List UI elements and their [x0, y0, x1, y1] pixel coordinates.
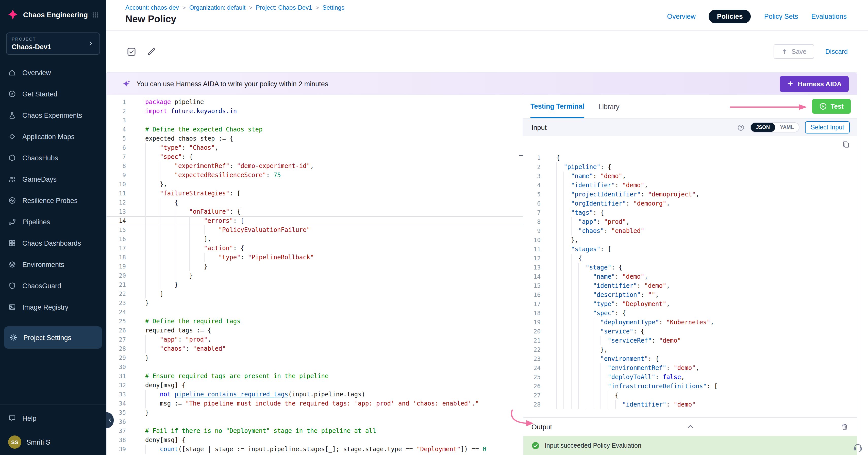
- code-line[interactable]: 27{: [523, 391, 857, 400]
- code-line[interactable]: 26required_tags := {: [106, 326, 523, 335]
- code-line[interactable]: 32deny[msg] {: [106, 381, 523, 390]
- save-button[interactable]: Save: [774, 44, 814, 59]
- code-line[interactable]: 27"app": "prod",: [106, 335, 523, 344]
- code-line[interactable]: 24: [106, 307, 523, 317]
- code-line[interactable]: 12{: [523, 254, 857, 263]
- code-line[interactable]: 21}: [106, 280, 523, 289]
- tab-evaluations[interactable]: Evaluations: [811, 12, 847, 20]
- sidebar-item-get-started[interactable]: Get Started: [0, 83, 106, 104]
- code-line[interactable]: 1{: [523, 153, 857, 162]
- check-square-icon[interactable]: [126, 46, 136, 57]
- breadcrumb-project[interactable]: Project: Chaos-Dev1: [256, 4, 312, 11]
- code-line[interactable]: 10},: [106, 180, 523, 189]
- sidebar-item-image-registry[interactable]: Image Registry: [0, 296, 106, 318]
- code-line[interactable]: 13"onFailure": {: [106, 207, 523, 216]
- breadcrumb-organization[interactable]: Organization: default: [189, 4, 246, 11]
- breadcrumb-account[interactable]: Account: chaos-dev: [125, 4, 179, 11]
- sidebar-item-project-settings[interactable]: Project Settings: [4, 326, 102, 349]
- code-line[interactable]: 9"chaos": "enabled": [523, 226, 857, 235]
- code-line[interactable]: 14"errors": [: [106, 216, 523, 225]
- sidebar-item-gamedays[interactable]: GameDays: [0, 168, 106, 190]
- code-line[interactable]: 8"experimentRef": "demo-experiment-id",: [106, 161, 523, 170]
- code-line[interactable]: 22},: [523, 345, 857, 354]
- code-line[interactable]: 14"name": "demo",: [523, 272, 857, 281]
- trash-icon[interactable]: [841, 423, 849, 431]
- code-line[interactable]: 17"action": {: [106, 243, 523, 253]
- code-line[interactable]: 20}: [106, 271, 523, 280]
- code-line[interactable]: 28"chaos": "enabled": [106, 344, 523, 353]
- code-line[interactable]: 18"type": "PipelineRollback": [106, 253, 523, 262]
- sidebar-item-overview[interactable]: Overview: [0, 62, 106, 83]
- code-line[interactable]: 17"type": "Deployment",: [523, 299, 857, 308]
- editor-scroll-marker[interactable]: [519, 155, 523, 156]
- code-line[interactable]: 6"type": "Chaos",: [106, 143, 523, 152]
- code-line[interactable]: 35}: [106, 408, 523, 417]
- project-selector[interactable]: PROJECT Chaos-Dev1: [6, 32, 100, 55]
- code-line[interactable]: 36: [106, 417, 523, 426]
- code-line[interactable]: 29}: [106, 353, 523, 362]
- test-button[interactable]: Test: [812, 99, 851, 114]
- input-json-editor[interactable]: 1{2"pipeline": {3"name": "demo",4"identi…: [523, 136, 857, 417]
- code-line[interactable]: 1package pipeline: [106, 97, 523, 106]
- sidebar-item-chaoshubs[interactable]: ChaosHubs: [0, 147, 106, 168]
- discard-button[interactable]: Discard: [820, 45, 853, 58]
- module-grid-icon[interactable]: [92, 11, 99, 19]
- code-line[interactable]: 6"orgIdentifier": "demoorg",: [523, 199, 857, 208]
- code-line[interactable]: 19"deploymentType": "Kubernetes",: [523, 318, 857, 327]
- code-line[interactable]: 20"service": {: [523, 327, 857, 336]
- code-line[interactable]: 10},: [523, 235, 857, 245]
- code-line[interactable]: 23"environment": {: [523, 354, 857, 363]
- sidebar-item-chaos-dashboards[interactable]: Chaos Dashboards: [0, 232, 106, 254]
- code-line[interactable]: 11"stages": [: [523, 245, 857, 254]
- code-line[interactable]: 39count([stage | stage := input.pipeline…: [106, 445, 523, 454]
- code-line[interactable]: 26"infrastructureDefinitions": [: [523, 382, 857, 391]
- code-line[interactable]: 25"deployToAll": false,: [523, 372, 857, 382]
- code-line[interactable]: 9"expectedResilienceScore": 75: [106, 170, 523, 180]
- code-line[interactable]: 7"tags": {: [523, 208, 857, 217]
- format-option-json[interactable]: JSON: [751, 123, 775, 132]
- code-line[interactable]: 11"failureStrategies": [: [106, 189, 523, 198]
- code-line[interactable]: 5expected_chaos_step := {: [106, 134, 523, 143]
- code-line[interactable]: 31# Ensure required tags are present in …: [106, 371, 523, 381]
- code-line[interactable]: 16],: [106, 234, 523, 243]
- code-line[interactable]: 22]: [106, 289, 523, 298]
- tab-policy-sets[interactable]: Policy Sets: [764, 12, 798, 20]
- tab-policies[interactable]: Policies: [709, 9, 751, 23]
- sidebar-item-chaosguard[interactable]: ChaosGuard: [0, 275, 106, 296]
- chevron-up-icon[interactable]: [686, 423, 694, 431]
- code-line[interactable]: 13"stage": {: [523, 263, 857, 272]
- code-line[interactable]: 30: [106, 362, 523, 371]
- sidebar-item-resilience-probes[interactable]: Resilience Probes: [0, 190, 106, 211]
- user-menu[interactable]: SS Smriti S: [0, 429, 106, 455]
- code-line[interactable]: 5"projectIdentifier": "demoproject",: [523, 190, 857, 199]
- code-line[interactable]: 28"identifier": "demo": [523, 400, 857, 409]
- code-line[interactable]: 4"identifier": "demo",: [523, 181, 857, 190]
- code-line[interactable]: 37# Fail if there is no "Deployment" sta…: [106, 426, 523, 435]
- code-line[interactable]: 24"environmentRef": "demo",: [523, 363, 857, 372]
- tab-library[interactable]: Library: [598, 95, 620, 118]
- code-line[interactable]: 7"spec": {: [106, 152, 523, 161]
- code-line[interactable]: 15"PolicyEvaluationFailure": [106, 225, 523, 234]
- code-line[interactable]: 25# Define the required tags: [106, 317, 523, 326]
- code-line[interactable]: 21"serviceRef": "demo": [523, 336, 857, 345]
- sidebar-item-application-maps[interactable]: Application Maps: [0, 126, 106, 147]
- code-line[interactable]: 3: [106, 116, 523, 125]
- tab-overview[interactable]: Overview: [667, 12, 696, 20]
- code-line[interactable]: 15"identifier": "demo",: [523, 281, 857, 290]
- sidebar-item-chaos-experiments[interactable]: Chaos Experiments: [0, 104, 106, 126]
- code-line[interactable]: 16"description": "",: [523, 290, 857, 299]
- support-headset-icon[interactable]: [853, 442, 863, 454]
- code-line[interactable]: 2import future.keywords.in: [106, 106, 523, 116]
- sidebar-item-pipelines[interactable]: Pipelines: [0, 211, 106, 232]
- pencil-icon[interactable]: [147, 47, 156, 56]
- harness-aida-button[interactable]: Harness AIDA: [780, 76, 849, 92]
- code-line[interactable]: 4# Define the expected Chaos step: [106, 125, 523, 134]
- sidebar-item-environments[interactable]: Environments: [0, 254, 106, 275]
- sidebar-item-help[interactable]: Help: [0, 408, 106, 429]
- format-option-yaml[interactable]: YAML: [775, 123, 799, 132]
- help-circle-icon[interactable]: [737, 124, 745, 131]
- code-line[interactable]: 18"spec": {: [523, 308, 857, 318]
- copy-icon[interactable]: [842, 140, 850, 148]
- policy-code-editor[interactable]: 1package pipeline2import future.keywords…: [106, 95, 523, 455]
- code-line[interactable]: 8"app": "prod",: [523, 217, 857, 226]
